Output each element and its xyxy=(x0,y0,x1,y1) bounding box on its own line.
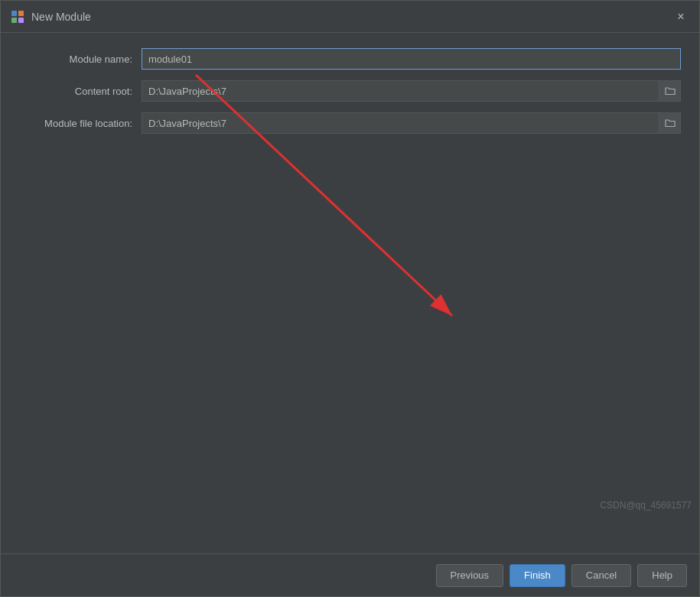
module-name-row: Module name: xyxy=(19,48,681,70)
cancel-button[interactable]: Cancel xyxy=(571,564,631,587)
title-bar-left: New Module xyxy=(10,9,91,24)
module-file-location-input[interactable] xyxy=(142,112,659,134)
dialog-footer: Previous Finish Cancel Help xyxy=(1,553,699,596)
svg-rect-3 xyxy=(18,18,24,23)
module-file-location-row: Module file location: xyxy=(19,112,681,134)
content-root-row: Content root: xyxy=(19,80,681,102)
module-file-location-label: Module file location: xyxy=(19,118,142,129)
svg-rect-1 xyxy=(18,11,24,16)
module-file-location-input-wrap xyxy=(142,112,681,134)
svg-rect-2 xyxy=(11,18,17,23)
content-root-folder-button[interactable] xyxy=(659,80,681,102)
content-root-input-wrap xyxy=(142,80,681,102)
annotation-arrow xyxy=(1,33,699,553)
dialog-content: Module name: Content root: xyxy=(1,33,699,553)
module-file-location-folder-button[interactable] xyxy=(659,112,681,134)
finish-button[interactable]: Finish xyxy=(510,564,565,587)
new-module-dialog: New Module × Module name: Content root: xyxy=(0,0,700,597)
previous-button[interactable]: Previous xyxy=(436,564,504,587)
close-button[interactable]: × xyxy=(672,8,690,26)
content-root-label: Content root: xyxy=(19,86,142,97)
module-name-input-wrap xyxy=(142,48,681,70)
svg-rect-0 xyxy=(11,11,17,16)
dialog-title: New Module xyxy=(31,11,91,23)
watermark: CSDN@qq_45691577 xyxy=(600,500,692,511)
title-bar: New Module × xyxy=(1,1,699,33)
svg-line-5 xyxy=(196,75,452,316)
module-icon xyxy=(10,9,25,24)
module-name-input[interactable] xyxy=(142,48,681,70)
content-root-input[interactable] xyxy=(142,80,659,102)
help-button[interactable]: Help xyxy=(637,564,687,587)
module-name-label: Module name: xyxy=(19,54,142,65)
